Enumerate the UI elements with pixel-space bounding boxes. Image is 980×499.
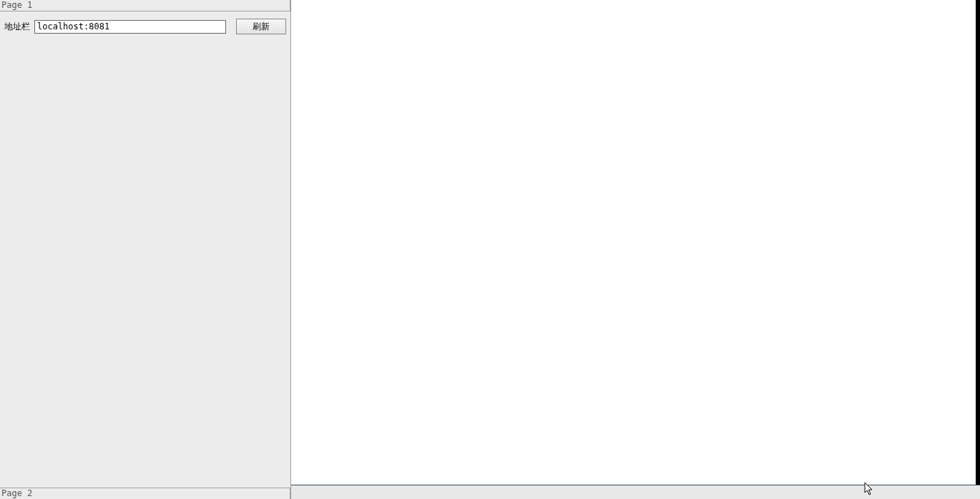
address-bar-label: 地址栏 <box>4 21 30 33</box>
address-input[interactable] <box>34 20 226 34</box>
section-header-page-1[interactable]: Page 1 <box>0 0 290 11</box>
left-panel: Page 1 地址栏 刷新 Page 2 <box>0 0 291 499</box>
status-bar <box>291 485 980 499</box>
content-area <box>291 0 980 485</box>
section-header-page-2[interactable]: Page 2 <box>0 488 290 499</box>
address-bar-row: 地址栏 刷新 <box>4 19 286 34</box>
app-root: Page 1 地址栏 刷新 Page 2 <box>0 0 980 499</box>
refresh-button[interactable]: 刷新 <box>236 19 286 34</box>
page-1-body: 地址栏 刷新 <box>0 11 290 488</box>
